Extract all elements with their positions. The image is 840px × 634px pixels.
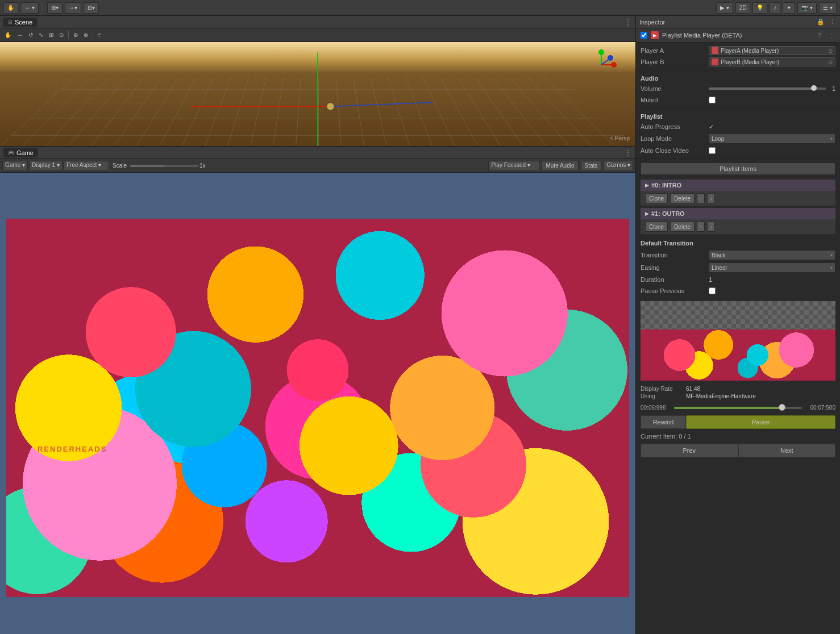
toolbar-grid-btn[interactable]: ⊟▾ <box>84 2 99 14</box>
game-select[interactable]: Game ▾ <box>2 161 28 171</box>
playlist-item-0-clone[interactable]: Clone <box>645 193 668 203</box>
auto-close-row: Auto Close Video <box>636 145 840 156</box>
rewind-btn[interactable]: Rewind <box>641 415 686 429</box>
scene-custom-tool-2[interactable]: ⊚ <box>81 30 90 40</box>
muted-label: Muted <box>641 97 709 103</box>
scene-hand-tool[interactable]: ✋ <box>2 30 14 40</box>
component-title: Playlist Media Player (BETA) <box>662 32 812 39</box>
scene-transform-tool[interactable]: ⊙ <box>57 30 66 40</box>
component-enabled-checkbox[interactable] <box>641 32 647 39</box>
gizmos-arrow: ▾ <box>627 162 630 168</box>
auto-close-checkbox[interactable] <box>709 147 716 154</box>
muted-checkbox[interactable] <box>709 97 716 103</box>
svg-text:x: x <box>613 63 615 68</box>
scale-label: Scale <box>110 162 129 169</box>
player-b-field[interactable]: PlayerB (Media Player) ⊙ <box>709 57 835 66</box>
component-help-btn[interactable]: ? <box>815 31 824 40</box>
scene-panel: ⊞ Scene ⋮ ✋ ↔ ↺ ⤡ ⊞ ⊙ ⊕ ⊚ ≡ <box>0 16 635 147</box>
inspector-debug-btn[interactable]: ⋮ <box>828 18 837 26</box>
scene-rotate-tool[interactable]: ↺ <box>26 30 35 40</box>
loop-mode-dropdown[interactable]: Loop ▾ <box>709 134 835 144</box>
aspect-label: Free Aspect <box>66 162 97 168</box>
easing-label: Easing <box>641 264 709 271</box>
progress-bar[interactable] <box>674 407 802 409</box>
playlist-item-1-header: ▶ #1: OUTRO <box>641 208 835 219</box>
mute-audio-btn[interactable]: Mute Audio <box>542 161 578 171</box>
toolbar-audio-btn[interactable]: ♪ <box>770 2 780 14</box>
using-row: Using MF-MediaEngine-Hardware <box>641 393 835 400</box>
component-icon: ▶ <box>651 31 659 39</box>
pause-btn[interactable]: Pause <box>686 415 835 429</box>
scene-view-btn[interactable]: ≡ <box>95 30 103 40</box>
left-panel: ⊞ Scene ⋮ ✋ ↔ ↺ ⤡ ⊞ ⊙ ⊕ ⊚ ≡ <box>0 16 635 634</box>
toolbar-move-btn[interactable]: ↔ ▾ <box>20 2 39 14</box>
auto-close-label: Auto Close Video <box>641 147 709 154</box>
easing-dropdown[interactable]: Linear ▾ <box>709 262 835 273</box>
player-a-field[interactable]: PlayerA (Media Player) ⊙ <box>709 46 835 55</box>
scene-tab-label: Scene <box>15 19 32 26</box>
prev-btn[interactable]: Prev <box>641 444 738 457</box>
scale-slider[interactable] <box>130 165 198 167</box>
volume-slider[interactable] <box>709 87 826 90</box>
volume-value: 1 <box>832 85 835 92</box>
game-tab-label: Game <box>16 149 34 156</box>
component-header: ▶ Playlist Media Player (BETA) ? ⋮ <box>636 28 840 43</box>
gizmos-select[interactable]: Gizmos ▾ <box>604 161 633 171</box>
scene-panel-menu[interactable]: ⋮ <box>624 18 632 27</box>
toolbar-2d-btn[interactable]: 2D <box>735 2 751 14</box>
scene-scale-tool[interactable]: ⤡ <box>36 30 45 40</box>
game-panel-menu[interactable]: ⋮ <box>624 148 632 157</box>
toolbar-more-btn[interactable]: ☰ ▾ <box>819 2 837 14</box>
playlist-item-0-arrow[interactable]: ▶ <box>645 182 649 188</box>
toolbar-fx-btn[interactable]: ✦ <box>783 2 795 14</box>
game-viewport: RENDERHEADS <box>0 173 635 634</box>
scene-custom-tool-1[interactable]: ⊕ <box>71 30 80 40</box>
playlist-item-1: ▶ #1: OUTRO Clone Delete ↑ ↓ <box>641 208 835 234</box>
playlist-item-1-delete[interactable]: Delete <box>670 222 695 232</box>
toolbar-right: ▶ ▾ 2D 💡 ♪ ✦ 📷 ▾ ☰ ▾ <box>716 2 837 14</box>
playlist-item-1-arrow[interactable]: ▶ <box>645 211 649 216</box>
easing-value: Linear <box>712 265 727 271</box>
display-select[interactable]: Display 1 ▾ <box>29 161 63 171</box>
auto-progress-row: Auto Progress ✓ <box>636 121 840 132</box>
game-tab[interactable]: 🎮 Game <box>3 148 38 157</box>
toolbar-pivot-btn[interactable]: ⊞▾ <box>47 2 63 14</box>
time-total: 00:07:500 <box>804 404 835 411</box>
pause-previous-row: Pause Previous <box>636 285 840 297</box>
component-menu-btn[interactable]: ⋮ <box>826 31 835 40</box>
player-a-select-btn[interactable]: ⊙ <box>828 48 833 54</box>
playlist-item-0-delete[interactable]: Delete <box>670 193 695 203</box>
playlist-item-1-up[interactable]: ↑ <box>697 222 705 232</box>
playlist-item-0-up[interactable]: ↑ <box>697 193 705 203</box>
next-btn[interactable]: Next <box>738 444 836 457</box>
toolbar-camera-btn[interactable]: 📷 ▾ <box>797 2 817 14</box>
scene-gizmo: x y z <box>584 48 618 82</box>
video-content: RENDERHEADS <box>6 219 629 597</box>
inspector-lock-btn[interactable]: 🔒 <box>816 18 826 26</box>
pause-previous-checkbox[interactable] <box>709 287 716 294</box>
playlist-section: Playlist Auto Progress ✓ Loop Mode Loop … <box>636 109 840 159</box>
toolbar-play-btn[interactable]: ▶ ▾ <box>716 2 733 14</box>
stats-btn[interactable]: Stats <box>581 161 602 171</box>
scene-tab[interactable]: ⊞ Scene <box>3 18 37 27</box>
playlist-item-0-down[interactable]: ↓ <box>707 193 715 203</box>
player-b-select-btn[interactable]: ⊙ <box>828 59 833 65</box>
playlist-item-1-clone[interactable]: Clone <box>645 222 668 232</box>
toolbar-global-btn[interactable]: ↔▾ <box>65 2 81 14</box>
transition-header: Default Transition <box>636 237 840 249</box>
aspect-select[interactable]: Free Aspect ▾ <box>64 161 109 171</box>
transition-dropdown[interactable]: Black ▾ <box>709 250 835 260</box>
scene-move-tool[interactable]: ↔ <box>15 30 25 40</box>
toolbar-transform-btn[interactable]: ✋ <box>3 2 18 14</box>
volume-knob[interactable] <box>811 85 817 91</box>
easing-arrow: ▾ <box>830 265 833 270</box>
progress-knob[interactable] <box>779 404 785 411</box>
preview-video-bg <box>641 329 835 381</box>
transition-row: Transition Black ▾ <box>636 249 840 261</box>
playlist-items-btn[interactable]: Playlist Items <box>641 162 835 175</box>
display-rate-value: 61.48 <box>686 386 700 392</box>
scene-rect-tool[interactable]: ⊞ <box>47 30 56 40</box>
playlist-item-1-down[interactable]: ↓ <box>707 222 715 232</box>
toolbar-light-btn[interactable]: 💡 <box>752 2 767 14</box>
play-focused-select[interactable]: Play Focused ▾ <box>488 161 539 171</box>
